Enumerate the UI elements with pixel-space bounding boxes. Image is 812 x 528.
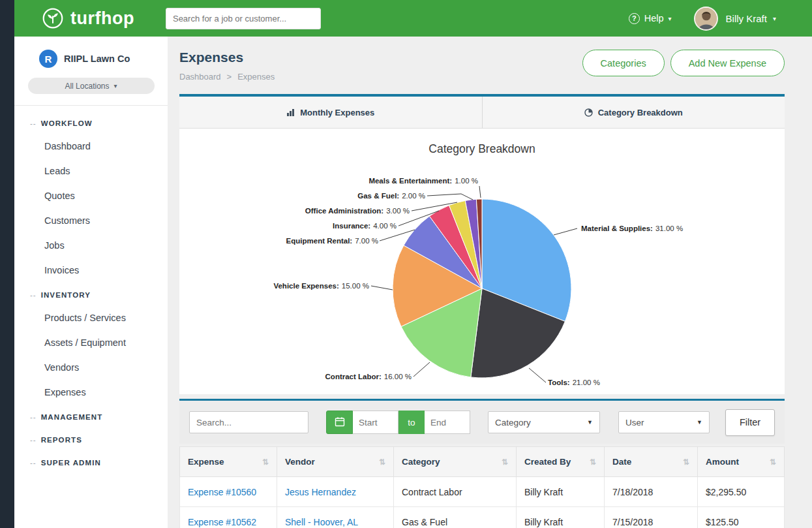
user-select[interactable]: User ▼	[618, 411, 710, 433]
expense-view-tabs: Monthly Expenses Category Breakdown	[179, 94, 785, 129]
tree-dash-icon: --	[30, 291, 37, 299]
sidebar-item-dashboard[interactable]: Dashboard	[14, 134, 168, 159]
sidebar-section-workflow[interactable]: -- WORKFLOW	[14, 111, 168, 134]
breadcrumb-separator: >	[227, 72, 232, 82]
category-cell: Contract Labor	[394, 477, 517, 507]
svg-text:Contract Labor:16.00 %: Contract Labor:16.00 %	[325, 373, 412, 380]
sort-icon[interactable]: ⇅	[590, 458, 596, 467]
chevron-down-icon: ▾	[114, 82, 117, 89]
sidebar-item-vendors[interactable]: Vendors	[14, 355, 168, 380]
calendar-button[interactable]	[326, 411, 353, 434]
categories-button[interactable]: Categories	[582, 50, 665, 76]
company-name: RIIPL Lawn Co	[64, 54, 130, 64]
pie-chart-icon	[584, 108, 593, 117]
user-name: Billy Kraft	[726, 13, 767, 24]
svg-text:Vehicle Expenses:15.00 %: Vehicle Expenses:15.00 %	[273, 282, 369, 290]
created-by-cell: Billy Kraft	[517, 507, 605, 528]
breadcrumb-dashboard[interactable]: Dashboard	[179, 72, 221, 82]
vendor-link[interactable]: Jesus Hernandez	[285, 487, 356, 497]
sidebar-section-inventory[interactable]: -- INVENTORY	[14, 283, 168, 305]
expenses-table-container: Expense⇅ Vendor⇅ Category⇅ Created By⇅ D…	[179, 446, 785, 528]
amount-cell: $125.50	[698, 507, 785, 528]
table-filter-bar: to Category ▼ User ▼ Filter	[179, 401, 785, 444]
left-dark-rail	[0, 0, 14, 528]
help-label: Help	[644, 13, 664, 23]
column-header-amount[interactable]: Amount⇅	[698, 447, 785, 477]
app-logo[interactable]: turfhop	[42, 7, 134, 29]
table-search-input[interactable]	[189, 411, 308, 433]
start-date-input[interactable]	[353, 411, 398, 434]
svg-text:Office Administration:3.00 %: Office Administration:3.00 %	[305, 207, 410, 215]
svg-text:Material & Supplies:31.00 %: Material & Supplies:31.00 %	[581, 225, 683, 232]
calendar-icon	[335, 416, 345, 429]
tree-dash-icon: --	[30, 413, 37, 421]
sidebar-item-jobs[interactable]: Jobs	[14, 233, 168, 258]
column-header-created-by[interactable]: Created By⇅	[517, 447, 605, 477]
svg-text:Gas & Fuel:2.00 %: Gas & Fuel:2.00 %	[357, 192, 425, 200]
global-search-input[interactable]	[166, 8, 321, 29]
table-header-row: Expense⇅ Vendor⇅ Category⇅ Created By⇅ D…	[180, 447, 785, 477]
sort-icon[interactable]: ⇅	[502, 458, 508, 467]
sidebar-section-reports[interactable]: -- REPORTS	[14, 427, 168, 450]
sidebar-item-quotes[interactable]: Quotes	[14, 183, 168, 208]
column-header-date[interactable]: Date⇅	[605, 447, 698, 477]
top-navbar: turfhop ? Help ▾ Billy Kraft ▾	[14, 0, 812, 37]
date-range-to-label: to	[398, 411, 425, 434]
tree-dash-icon: --	[30, 459, 37, 467]
filter-button[interactable]: Filter	[725, 409, 775, 436]
tree-dash-icon: --	[30, 436, 37, 444]
select-caret-icon: ▼	[697, 419, 702, 426]
sidebar-item-customers[interactable]: Customers	[14, 208, 168, 233]
svg-text:Insurance:4.00 %: Insurance:4.00 %	[333, 222, 397, 230]
expense-link[interactable]: Expense #10560	[188, 487, 256, 497]
location-selector[interactable]: All Locations ▾	[28, 78, 155, 94]
company-header: R RIIPL Lawn Co	[14, 37, 168, 68]
svg-text:Equipment Rental:7.00 %: Equipment Rental:7.00 %	[286, 237, 378, 245]
vendor-link[interactable]: Shell - Hoover, AL	[285, 517, 358, 527]
chevron-down-icon: ▾	[669, 15, 672, 22]
expense-link[interactable]: Expense #10562	[188, 517, 256, 527]
sort-icon[interactable]: ⇅	[683, 458, 689, 467]
chart-card: Category Breakdown Meals & Entertainment…	[179, 129, 785, 394]
created-by-cell: Billy Kraft	[517, 477, 605, 507]
page-title: Expenses	[179, 50, 275, 65]
tab-category-breakdown[interactable]: Category Breakdown	[482, 97, 785, 128]
sidebar-section-management[interactable]: -- MANAGEMENT	[14, 405, 168, 427]
add-new-expense-button[interactable]: Add New Expense	[670, 50, 785, 76]
main-content: Expenses Dashboard > Expenses Categories…	[168, 37, 812, 528]
tab-monthly-expenses[interactable]: Monthly Expenses	[179, 97, 482, 128]
column-header-category[interactable]: Category⇅	[394, 447, 517, 477]
sidebar-item-expenses[interactable]: Expenses	[14, 380, 168, 405]
help-menu[interactable]: ? Help ▾	[629, 13, 672, 24]
user-avatar[interactable]	[694, 7, 718, 31]
bar-chart-icon	[286, 108, 295, 117]
sidebar-item-leads[interactable]: Leads	[14, 159, 168, 183]
page-actions: Categories Add New Expense	[582, 50, 785, 76]
end-date-input[interactable]	[425, 411, 470, 434]
sidebar-nav: -- WORKFLOW Dashboard Leads Quotes Custo…	[14, 106, 168, 473]
sidebar: R RIIPL Lawn Co All Locations ▾ -- WORKF…	[14, 37, 168, 528]
sidebar-item-products-services[interactable]: Products / Services	[14, 305, 168, 330]
date-range-group: to	[326, 411, 470, 434]
user-menu[interactable]: Billy Kraft ▾	[726, 13, 776, 24]
company-logo: R	[39, 50, 57, 68]
category-select[interactable]: Category ▼	[488, 411, 600, 433]
svg-text:Tools:21.00 %: Tools:21.00 %	[548, 379, 600, 386]
date-cell: 7/15/2018	[605, 507, 698, 528]
sort-icon[interactable]: ⇅	[770, 458, 776, 467]
breadcrumb-current: Expenses	[237, 72, 275, 82]
help-icon: ?	[629, 13, 640, 24]
tree-dash-icon: --	[30, 119, 37, 127]
date-cell: 7/18/2018	[605, 477, 698, 507]
chevron-down-icon: ▾	[773, 15, 776, 22]
sidebar-item-invoices[interactable]: Invoices	[14, 258, 168, 283]
sidebar-section-super-admin[interactable]: -- SUPER ADMIN	[14, 450, 168, 473]
sidebar-item-assets-equipment[interactable]: Assets / Equipment	[14, 330, 168, 355]
sort-icon[interactable]: ⇅	[379, 458, 385, 467]
turfhop-logo-icon	[42, 7, 64, 29]
sort-icon[interactable]: ⇅	[262, 458, 269, 467]
column-header-vendor[interactable]: Vendor⇅	[277, 447, 394, 477]
category-cell: Gas & Fuel	[394, 507, 517, 528]
table-row: Expense #10560 Jesus Hernandez Contract …	[180, 477, 785, 507]
column-header-expense[interactable]: Expense⇅	[180, 447, 277, 477]
